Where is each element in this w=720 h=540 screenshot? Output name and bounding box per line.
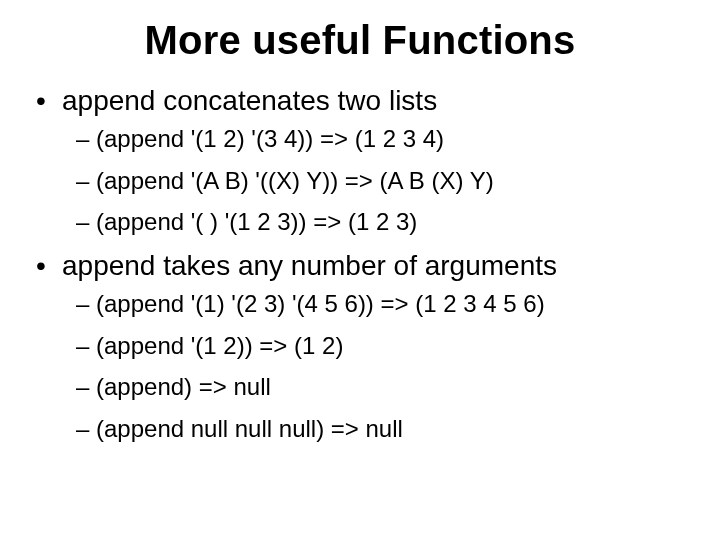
dash-icon: – bbox=[76, 375, 96, 399]
list-item: • append takes any number of arguments –… bbox=[36, 250, 684, 443]
list-row: • append concatenates two lists bbox=[36, 85, 684, 117]
dash-icon: – bbox=[76, 292, 96, 316]
slide-title: More useful Functions bbox=[36, 18, 684, 63]
list-row: – (append '(A B) '((X) Y)) => (A B (X) Y… bbox=[76, 167, 684, 195]
bullet-icon: • bbox=[36, 252, 62, 280]
bullet-list: • append concatenates two lists – (appen… bbox=[36, 85, 684, 443]
list-item: – (append '(1) '(2 3) '(4 5 6)) => (1 2 … bbox=[76, 290, 684, 318]
list-item-text: append concatenates two lists bbox=[62, 85, 437, 117]
list-item: – (append '( ) '(1 2 3)) => (1 2 3) bbox=[76, 208, 684, 236]
list-item: – (append '(1 2) '(3 4)) => (1 2 3 4) bbox=[76, 125, 684, 153]
list-item-text: append takes any number of arguments bbox=[62, 250, 557, 282]
dash-icon: – bbox=[76, 210, 96, 234]
list-row: – (append '(1 2) '(3 4)) => (1 2 3 4) bbox=[76, 125, 684, 153]
dash-icon: – bbox=[76, 169, 96, 193]
list-item-text: (append '(1 2) '(3 4)) => (1 2 3 4) bbox=[96, 125, 444, 153]
list-row: – (append '(1) '(2 3) '(4 5 6)) => (1 2 … bbox=[76, 290, 684, 318]
bullet-icon: • bbox=[36, 87, 62, 115]
list-item: – (append '(A B) '((X) Y)) => (A B (X) Y… bbox=[76, 167, 684, 195]
dash-icon: – bbox=[76, 127, 96, 151]
dash-icon: – bbox=[76, 417, 96, 441]
list-item: – (append '(1 2)) => (1 2) bbox=[76, 332, 684, 360]
list-row: – (append) => null bbox=[76, 373, 684, 401]
list-item-text: (append '(1) '(2 3) '(4 5 6)) => (1 2 3 … bbox=[96, 290, 545, 318]
list-item-text: (append '(A B) '((X) Y)) => (A B (X) Y) bbox=[96, 167, 494, 195]
sub-list: – (append '(1 2) '(3 4)) => (1 2 3 4) – … bbox=[36, 125, 684, 236]
dash-icon: – bbox=[76, 334, 96, 358]
list-item-text: (append null null null) => null bbox=[96, 415, 403, 443]
list-row: – (append '(1 2)) => (1 2) bbox=[76, 332, 684, 360]
list-row: • append takes any number of arguments bbox=[36, 250, 684, 282]
list-item-text: (append) => null bbox=[96, 373, 271, 401]
list-row: – (append null null null) => null bbox=[76, 415, 684, 443]
list-row: – (append '( ) '(1 2 3)) => (1 2 3) bbox=[76, 208, 684, 236]
list-item-text: (append '(1 2)) => (1 2) bbox=[96, 332, 343, 360]
sub-list: – (append '(1) '(2 3) '(4 5 6)) => (1 2 … bbox=[36, 290, 684, 442]
slide: More useful Functions • append concatena… bbox=[0, 0, 720, 540]
list-item: – (append) => null bbox=[76, 373, 684, 401]
list-item: – (append null null null) => null bbox=[76, 415, 684, 443]
list-item-text: (append '( ) '(1 2 3)) => (1 2 3) bbox=[96, 208, 417, 236]
list-item: • append concatenates two lists – (appen… bbox=[36, 85, 684, 236]
